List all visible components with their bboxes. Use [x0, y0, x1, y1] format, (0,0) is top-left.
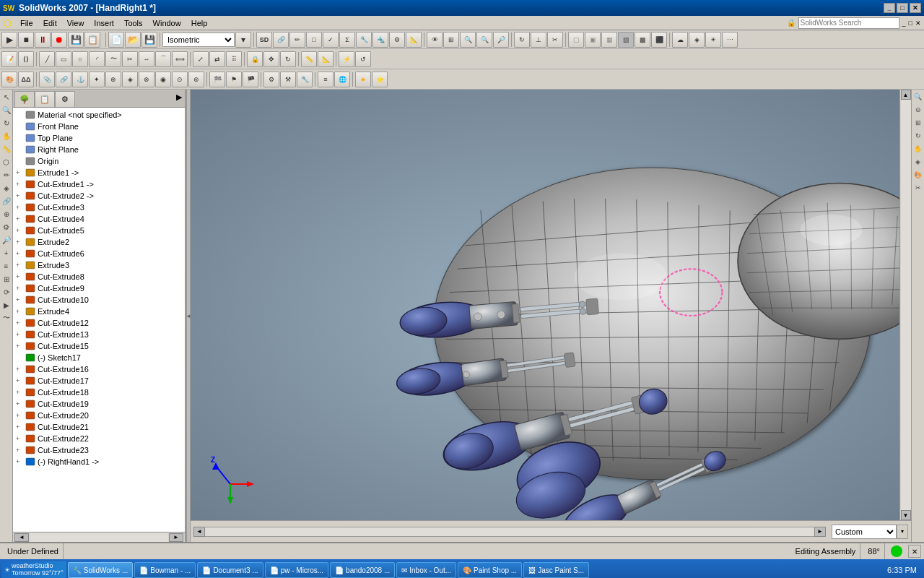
sidebar-measure[interactable]: 📏 — [1, 143, 12, 155]
rv-appear[interactable]: 🎨 — [912, 169, 924, 181]
tb3-2[interactable]: ΔΔ — [18, 72, 34, 87]
menu-file[interactable]: File — [16, 17, 38, 29]
tb3-12[interactable]: ⊚ — [188, 72, 204, 87]
tb3-13[interactable]: 🏁 — [209, 72, 225, 87]
tb3-16[interactable]: ⚙ — [263, 72, 279, 87]
tree-item-cut-extrude9[interactable]: + Cut-Extrude9 — [14, 282, 183, 294]
tb3-22[interactable]: ⭐ — [372, 72, 388, 87]
tb2-ref[interactable]: 📏 — [301, 51, 317, 67]
menu-insert[interactable]: Insert — [90, 17, 118, 29]
menu-edit[interactable]: Edit — [39, 17, 61, 29]
expand-icon-extrude4[interactable]: + — [16, 308, 25, 315]
tb-zoom-fit[interactable]: ⊞ — [443, 32, 459, 48]
tree-item-cut-extrude4[interactable]: + Cut-Extrude4 — [14, 213, 183, 225]
tree-item-cut-extrude13[interactable]: + Cut-Extrude13 — [14, 329, 183, 340]
tree-item-cut-extrude17[interactable]: + Cut-Extrude17 — [14, 375, 183, 387]
tb-display-m3[interactable]: ▦ — [601, 32, 617, 48]
tree-item-sketch17[interactable]: (-) Sketch17 — [14, 352, 183, 363]
sw-inner-close[interactable]: ✕ — [915, 20, 921, 27]
tab-feature-manager[interactable]: 🌳 — [14, 91, 35, 107]
view-mode-dropdown[interactable]: Custom Isometric Front — [832, 525, 897, 539]
expand-icon-cut-extrude5[interactable]: + — [16, 227, 25, 234]
tb-display-m2[interactable]: ▣ — [585, 32, 601, 48]
expand-icon-cut-extrude20[interactable]: + — [16, 412, 25, 419]
tree-item-cut-extrude2[interactable]: + Cut-Extrude2 -> — [14, 190, 183, 202]
tb2-rotate[interactable]: ↻ — [280, 51, 296, 67]
search-input[interactable] — [798, 17, 899, 29]
tree-item-cut-extrude15[interactable]: + Cut-Extrude15 — [14, 340, 183, 352]
sidebar-search[interactable]: 🔎 — [1, 234, 12, 246]
tb-tools2[interactable]: 🔩 — [372, 32, 388, 48]
tb-refresh[interactable]: ↻ — [514, 32, 530, 48]
tb2-arc[interactable]: ◜ — [89, 51, 105, 67]
tb2-more[interactable]: ↺ — [355, 51, 371, 67]
tb3-19[interactable]: ≡ — [318, 72, 334, 87]
tb-view1[interactable]: 👁 — [427, 32, 443, 48]
view-dropdown-arrow[interactable]: ▾ — [897, 525, 908, 539]
tb-equations[interactable]: Σ — [339, 32, 355, 48]
scroll-right[interactable]: ► — [169, 533, 183, 542]
tree-item-cut-extrude12[interactable]: + Cut-Extrude12 — [14, 317, 183, 329]
tb3-18[interactable]: 🔧 — [297, 72, 313, 87]
tree-item-cut-extrude23[interactable]: + Cut-Extrude23 — [14, 444, 183, 456]
play-button[interactable]: ▶ — [1, 32, 17, 48]
close-button[interactable]: ✕ — [910, 3, 921, 13]
sw-inner-minimize[interactable]: _ — [902, 20, 906, 27]
tb2-fillet[interactable]: ⌒ — [155, 51, 171, 67]
tab-config-manager[interactable]: ⚙ — [55, 91, 75, 107]
sidebar-lasso[interactable]: ⟳ — [1, 286, 12, 298]
tb-display[interactable]: □ — [306, 32, 322, 48]
taskbar-bando[interactable]: 📄 bando2008 ... — [330, 562, 395, 578]
expand-icon-extrude3[interactable]: + — [16, 262, 25, 269]
tb3-14[interactable]: ⚑ — [226, 72, 242, 87]
expand-icon-cut-extrude16[interactable]: + — [16, 366, 25, 373]
tree-item-material[interactable]: Material <not specified> — [14, 109, 183, 121]
tb2-move[interactable]: ✥ — [263, 51, 279, 67]
sidebar-wiz[interactable]: ⚙ — [1, 221, 12, 233]
expand-icon-cut-extrude10[interactable]: + — [16, 296, 25, 303]
tb2-spline[interactable]: 〜 — [105, 51, 121, 67]
sidebar-zoom[interactable]: 🔍 — [1, 104, 12, 116]
view-selector[interactable]: Isometric Front Top — [162, 33, 235, 47]
tb2-ref2[interactable]: 📐 — [318, 51, 334, 67]
tree-item-extrude3[interactable]: + Extrude3 — [14, 259, 183, 271]
tree-item-cut-extrude6[interactable]: + Cut-Extrude6 — [14, 248, 183, 259]
tree-item-extrude2[interactable]: + Extrude2 — [14, 236, 183, 248]
menu-view[interactable]: View — [63, 17, 89, 29]
tb3-17[interactable]: ⚒ — [280, 72, 296, 87]
tb3-20[interactable]: 🌐 — [334, 72, 350, 87]
tree-item-cut-extrude1[interactable]: + Cut-Extrude1 -> — [14, 178, 183, 190]
tree-item-top-plane[interactable]: Top Plane — [14, 132, 183, 144]
tb-display-m1[interactable]: ▢ — [568, 32, 584, 48]
menu-help[interactable]: Help — [187, 17, 212, 29]
tb3-11[interactable]: ⊙ — [172, 72, 188, 87]
tb2-extend[interactable]: ↔ — [139, 51, 154, 67]
expand-icon-cut-extrude15[interactable]: + — [16, 342, 25, 350]
tb-ambient[interactable]: ☀ — [705, 32, 721, 48]
save-button[interactable]: 💾 — [141, 32, 157, 48]
tb3-15[interactable]: 🏴 — [243, 72, 258, 87]
pause-button[interactable]: ⏸ — [35, 32, 51, 48]
status-close[interactable]: ✕ — [908, 545, 921, 558]
tree-item-righthand1[interactable]: + (-) RightHand1 -> — [14, 456, 183, 467]
tree-item-cut-extrude5[interactable]: + Cut-Extrude5 — [14, 225, 183, 236]
hscroll-left[interactable]: ◄ — [193, 527, 205, 537]
scroll-left[interactable]: ◄ — [14, 533, 29, 542]
tree-item-cut-extrude10[interactable]: + Cut-Extrude10 — [14, 294, 183, 306]
tree-item-cut-extrude20[interactable]: + Cut-Extrude20 — [14, 410, 183, 421]
sidebar-expand[interactable]: ▶ — [1, 299, 12, 311]
tb2-sketch[interactable]: 📝 — [1, 51, 17, 67]
tb3-1[interactable]: 🎨 — [1, 72, 17, 87]
taskbar-solidworks[interactable]: 🔧 SolidWorks ... — [68, 562, 134, 578]
sw-inner-maximize[interactable]: □ — [909, 20, 912, 27]
sidebar-rotate[interactable]: ↻ — [1, 117, 12, 129]
tb3-7[interactable]: ⊕ — [105, 72, 121, 87]
new-button[interactable]: 📄 — [108, 32, 124, 48]
sidebar-prop[interactable]: ≡ — [1, 260, 12, 272]
tree-item-cut-extrude16[interactable]: + Cut-Extrude16 — [14, 363, 183, 375]
sidebar-mate[interactable]: 🔗 — [1, 195, 12, 207]
rv-zoom-out[interactable]: ⊖ — [912, 104, 924, 116]
tb2-smart-dim[interactable]: ⟨⟩ — [18, 51, 34, 67]
tb2-offset[interactable]: ⤢ — [193, 51, 209, 67]
sidebar-more2[interactable]: + — [1, 247, 12, 259]
